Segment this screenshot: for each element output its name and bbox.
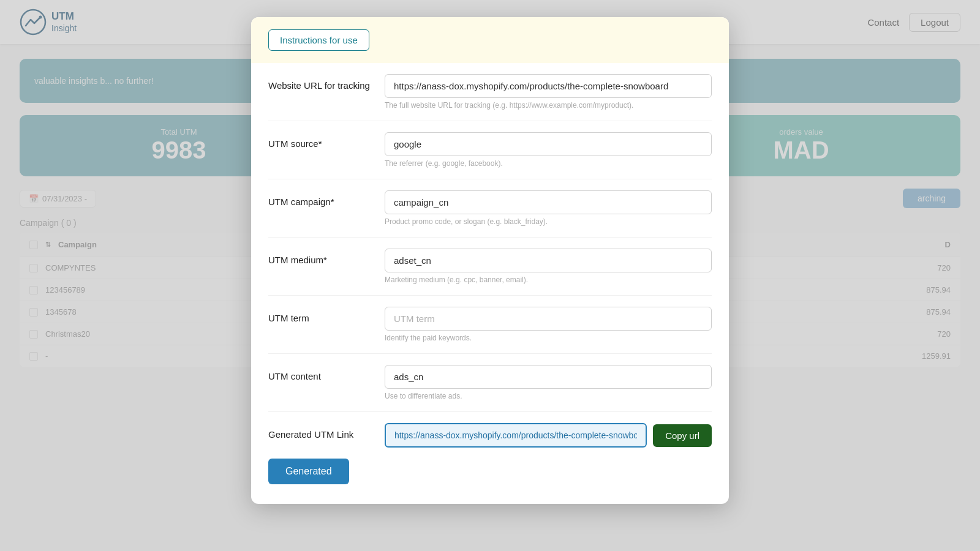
utm-source-row: UTM source* The referrer (e.g. google, f… (268, 121, 712, 179)
modal-form-body: Website URL for tracking The full websit… (251, 63, 729, 448)
utm-campaign-label: UTM campaign* (268, 190, 372, 207)
generated-submit-button[interactable]: Generated (268, 459, 349, 484)
website-url-row: Website URL for tracking The full websit… (268, 63, 712, 121)
utm-source-field-wrap: The referrer (e.g. google, facebook). (385, 132, 712, 168)
utm-content-label: UTM content (268, 365, 372, 381)
utm-generator-modal: Instructions for use Website URL for tra… (251, 17, 729, 504)
utm-term-field-wrap: Identify the paid keywords. (385, 307, 712, 342)
utm-term-hint: Identify the paid keywords. (385, 334, 712, 342)
utm-term-input[interactable] (385, 307, 712, 331)
utm-content-row: UTM content Use to differentiate ads. (268, 354, 712, 412)
utm-medium-label: UTM medium* (268, 249, 372, 265)
website-url-label: Website URL for tracking (268, 74, 372, 91)
utm-campaign-input[interactable] (385, 190, 712, 214)
utm-content-hint: Use to differentiate ads. (385, 392, 712, 400)
copy-url-button[interactable]: Copy url (653, 424, 712, 447)
utm-content-field-wrap: Use to differentiate ads. (385, 365, 712, 400)
utm-source-label: UTM source* (268, 132, 372, 149)
generated-utm-label: Generated UTM Link (268, 423, 372, 440)
utm-medium-hint: Marketing medium (e.g. cpc, banner, emai… (385, 276, 712, 284)
generated-utm-input[interactable] (385, 423, 647, 448)
utm-medium-input[interactable] (385, 249, 712, 272)
utm-source-input[interactable] (385, 132, 712, 156)
instructions-banner: Instructions for use (251, 17, 729, 63)
instructions-button[interactable]: Instructions for use (268, 29, 369, 51)
utm-source-hint: The referrer (e.g. google, facebook). (385, 159, 712, 168)
website-url-hint: The full website URL for tracking (e.g. … (385, 101, 712, 110)
utm-term-row: UTM term Identify the paid keywords. (268, 296, 712, 354)
utm-term-label: UTM term (268, 307, 372, 323)
utm-campaign-row: UTM campaign* Product promo code, or slo… (268, 179, 712, 238)
website-url-field-wrap: The full website URL for tracking (e.g. … (385, 74, 712, 110)
utm-campaign-hint: Product promo code, or slogan (e.g. blac… (385, 217, 712, 226)
utm-medium-row: UTM medium* Marketing medium (e.g. cpc, … (268, 238, 712, 296)
generated-utm-field-wrap: Copy url (385, 423, 712, 448)
utm-medium-field-wrap: Marketing medium (e.g. cpc, banner, emai… (385, 249, 712, 284)
modal-footer: Generated (251, 448, 729, 484)
generated-utm-row: Generated UTM Link Copy url (268, 412, 712, 448)
utm-campaign-field-wrap: Product promo code, or slogan (e.g. blac… (385, 190, 712, 226)
utm-content-input[interactable] (385, 365, 712, 389)
website-url-input[interactable] (385, 74, 712, 98)
